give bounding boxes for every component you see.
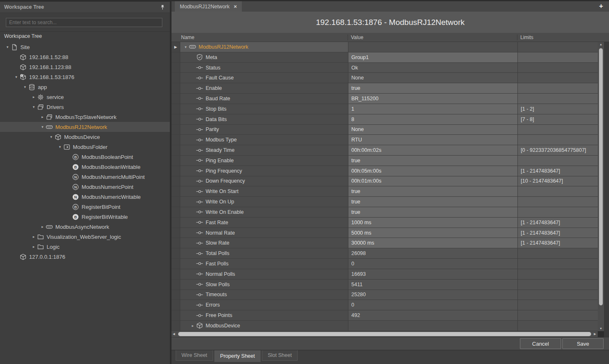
chevron-down-icon[interactable]: ▾ [30,105,37,109]
tree-item-registerbitwritable[interactable]: BRegisterBitWritable [0,212,170,222]
property-value-cell[interactable]: BR_115200 [348,94,518,104]
pin-icon[interactable] [159,4,166,10]
horizontal-scrollbar[interactable]: ◀ ▶ [172,331,598,337]
chevron-down-icon[interactable]: ▾ [39,125,46,129]
chevron-down-icon[interactable]: ▾ [4,45,11,49]
tree-item-modbusnumericwritable[interactable]: NModbusNumericWritable [0,192,170,202]
property-name-cell[interactable]: Write On Up [180,197,348,207]
property-name-cell[interactable]: Data Bits [180,114,348,124]
property-name-cell[interactable]: Modbus Type [180,135,348,145]
vertical-scrollbar-thumb[interactable] [599,48,603,305]
property-value-cell[interactable]: RTU [348,135,518,145]
tab-wire-sheet[interactable]: Wire Sheet [176,350,213,361]
chevron-right-icon[interactable]: ▸ [30,235,37,239]
scroll-left-icon[interactable]: ◀ [173,332,175,336]
property-name-cell[interactable]: Enable [180,83,348,93]
tree-item-modbusnumericmultipoint[interactable]: NModbusNumericMultiPoint [0,172,170,182]
tree-item-modbusbooleanpoint[interactable]: BModbusBooleanPoint [0,152,170,162]
chevron-right-icon[interactable]: ▸ [39,225,46,229]
property-name-cell[interactable]: Errors [180,300,348,310]
property-name-cell[interactable]: Write On Enable [180,207,348,217]
property-name-cell[interactable]: Steady Time [180,145,348,155]
property-value-cell[interactable]: true [348,156,518,166]
scroll-down-icon[interactable]: ▼ [598,327,604,330]
chevron-down-icon[interactable]: ▾ [48,135,55,139]
property-name-cell[interactable]: Parity [180,125,348,135]
tab-property-sheet[interactable]: Property Sheet [214,350,261,362]
chevron-down-icon[interactable]: ▾ [182,45,189,49]
chevron-right-icon[interactable]: ▸ [189,324,196,328]
property-name-cell[interactable]: Status [180,63,348,73]
property-name-cell[interactable]: ▸ModbusDevice [180,321,348,331]
slot-icon [196,260,203,267]
property-value-cell[interactable]: true [348,207,518,217]
property-name-cell[interactable]: Normal Polls [180,269,348,279]
tree-item-192-168-1-123-88[interactable]: 192.168.1.123:88 [0,62,170,72]
property-value-cell[interactable]: 00h:05m:00s [348,166,518,176]
tree-item-service[interactable]: ▸service [0,92,170,102]
tree-item-modbusfolder[interactable]: ▾ModbusFolder [0,142,170,152]
tree-item-site[interactable]: ▾Site [0,42,170,52]
tree-item-app[interactable]: ▾app [0,82,170,92]
vertical-scrollbar[interactable]: ▲ ▼ [598,42,604,331]
tree-item-modbusdevice[interactable]: ▾ModbusDevice [0,132,170,142]
property-name-cell[interactable]: Normal Rate [180,228,348,238]
scroll-up-icon[interactable]: ▲ [598,43,604,46]
tree-item-modbusnumericpoint[interactable]: NModbusNumericPoint [0,182,170,192]
tree-item-192-168-1-53-1876[interactable]: ▾192.168.1.53:1876 [0,72,170,82]
property-name-cell[interactable]: Meta [180,52,348,62]
property-value-cell[interactable]: true [348,186,518,196]
chevron-down-icon[interactable]: ▾ [13,75,20,79]
property-name-cell[interactable]: Slow Rate [180,238,348,248]
tree-item-registerbitpoint[interactable]: BRegisterBitPoint [0,202,170,212]
property-value-cell[interactable]: true [348,197,518,207]
chevron-right-icon[interactable]: ▸ [30,245,37,249]
search-input[interactable] [6,18,162,27]
property-name-cell[interactable]: ▾ModbusRJ12Network [180,42,348,52]
tree-item-modbusasyncnetwork[interactable]: ▸ModbusAsyncNetwork [0,222,170,232]
property-name-cell[interactable]: Fault Cause [180,73,348,83]
chevron-right-icon[interactable]: ▸ [39,115,46,119]
horizontal-scrollbar-thumb[interactable] [178,332,591,336]
tree-item-drivers[interactable]: ▾Drivers [0,102,170,112]
property-value-cell[interactable]: 1 [348,104,518,114]
property-value-cell[interactable]: 1000 ms [348,218,518,228]
property-value-cell[interactable]: true [348,83,518,93]
tree-item-modbusrj12network[interactable]: ▾ModbusRJ12Network [0,122,170,132]
property-name-cell[interactable]: Baud Rate [180,94,348,104]
property-value-cell[interactable]: 30000 ms [348,238,518,248]
tab-slot-sheet[interactable]: Slot Sheet [262,350,298,361]
add-tab-button[interactable]: + [597,2,605,10]
property-value-cell[interactable]: 5000 ms [348,228,518,238]
chevron-down-icon[interactable]: ▾ [57,145,63,149]
property-name-cell[interactable]: Slow Polls [180,280,348,290]
property-value-cell[interactable]: 00h:00m:02s [348,145,518,155]
property-name-cell[interactable]: Total Polls [180,248,348,258]
property-name-cell[interactable]: Stop Bits [180,104,348,114]
tree-item-logic[interactable]: ▸Logic [0,242,170,252]
tree-item-modbusbooleanwritable[interactable]: BModbusBooleanWritable [0,162,170,172]
property-name-cell[interactable]: Fast Rate [180,218,348,228]
property-name-cell[interactable]: Ping Enable [180,156,348,166]
property-name-cell[interactable]: Timeouts [180,290,348,300]
tree-item-modbustcpslavenetwork[interactable]: ▸ModbusTcpSlaveNetwork [0,112,170,122]
tree-item-visualization-webserver-logic[interactable]: ▸Visualization_WebServer_logic [0,232,170,242]
close-icon[interactable]: × [234,4,237,9]
property-name-cell[interactable]: Free Points [180,310,348,320]
tab-modbusrj12network[interactable]: ModbusRJ12Network × [175,1,242,12]
cancel-button[interactable]: Cancel [520,338,561,349]
save-button[interactable]: Save [562,338,604,349]
property-name-cell[interactable]: Ping Frequency [180,166,348,176]
property-name-cell[interactable]: Fast Polls [180,259,348,269]
chevron-right-icon[interactable]: ▸ [30,95,37,99]
property-name-cell[interactable]: Write On Start [180,186,348,196]
tree-item-127-0-0-1-1876[interactable]: 127.0.0.1:1876 [0,252,170,262]
property-value-cell[interactable]: None [348,125,518,135]
tree-item-192-168-1-52-88[interactable]: 192.168.1.52:88 [0,52,170,62]
property-value-cell[interactable]: 8 [348,114,518,124]
chevron-down-icon[interactable]: ▾ [22,85,28,89]
scroll-right-icon[interactable]: ▶ [594,332,596,336]
property-name-cell[interactable]: Down Frequency [180,176,348,186]
property-value-cell[interactable]: 00h:01m:00s [348,176,518,186]
property-value-cell[interactable]: Group1 [348,52,518,62]
